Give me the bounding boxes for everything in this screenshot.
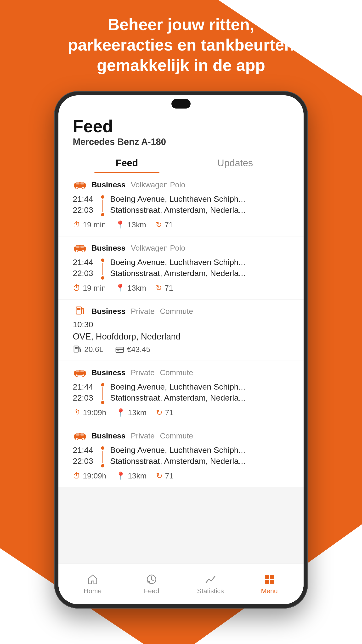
route-dot-bottom-4	[101, 401, 104, 404]
badge-business-1: Business	[91, 180, 125, 189]
svg-text:↺: ↺	[148, 581, 149, 583]
feed-item-2[interactable]: Business Volkwagen Polo 21:44 22:03 Boei…	[58, 236, 304, 299]
feed-item-3-header: Business Private Commute	[73, 306, 289, 316]
route-line-4	[102, 388, 103, 400]
phone-frame: Feed Mercedes Benz A-180 Feed Updates	[54, 91, 308, 608]
svg-rect-24	[76, 370, 79, 372]
route-dot-bottom-5	[101, 464, 104, 468]
feed-item-3[interactable]: Business Private Commute 10:30 OVE, Hoof…	[58, 300, 304, 360]
score-stat-4: ↻ 71	[156, 408, 174, 417]
location-icon-1: 📍	[115, 220, 125, 229]
svg-point-28	[75, 438, 78, 440]
camera-notch	[171, 99, 191, 108]
clock-icon-4: ⏱	[73, 408, 80, 417]
fuel-icon-3	[73, 306, 87, 316]
svg-point-2	[75, 186, 78, 189]
clock-icon-5: ⏱	[73, 472, 80, 480]
feed-item-4[interactable]: Business Private Commute 21:44 22:03	[58, 361, 304, 424]
home-icon	[87, 573, 99, 585]
svg-rect-18	[116, 348, 123, 350]
score-stat-1: ↻ 71	[156, 220, 173, 229]
liters-stat-3: 20.6L	[73, 345, 103, 354]
feed-list: Business Volkwagen Polo 21:44 22:03 Boei…	[58, 173, 304, 564]
svg-point-14	[83, 313, 84, 314]
svg-line-34	[152, 580, 153, 581]
feed-stats-4: ⏱ 19:09h 📍 13km ↻ 71	[73, 408, 289, 417]
status-bar	[58, 95, 304, 112]
badge-private-4: Private	[131, 368, 155, 377]
score-icon-4: ↻	[156, 408, 163, 417]
svg-rect-4	[76, 182, 79, 184]
route-pair-1: 21:44 22:03 Boeing Avenue, Luchthaven Sc…	[73, 193, 289, 216]
route-pair-4: 21:44 22:03 Boeing Avenue, Luchthaven Sc…	[73, 381, 289, 404]
distance-stat-4: 📍 13km	[116, 408, 146, 417]
route-line-1	[102, 200, 103, 212]
feed-item-1[interactable]: Business Volkwagen Polo 21:44 22:03 Boei…	[58, 173, 304, 236]
svg-rect-30	[76, 434, 79, 436]
chart-icon	[204, 573, 216, 585]
bottom-navigation: Home ↺ Feed	[58, 564, 304, 604]
svg-rect-19	[117, 350, 119, 351]
from-address-2: Boeing Avenue, Luchthaven Schiph...	[110, 256, 289, 268]
clock-icon-2: ⏱	[73, 284, 80, 292]
duration-stat-1: ⏱ 19 min	[73, 220, 106, 229]
badge-private-5: Private	[131, 432, 155, 440]
clock-nav-icon: ↺	[146, 573, 158, 585]
app-title: Feed	[73, 117, 289, 136]
fuel-location-3: OVE, Hoofddorp, Nederland	[73, 332, 289, 342]
nav-feed[interactable]: ↺ Feed	[122, 573, 181, 595]
to-address-4: Stationsstraat, Amsterdam, Nederla...	[110, 392, 289, 403]
route-dot-top-2	[101, 258, 104, 262]
score-icon-5: ↻	[156, 471, 163, 480]
hero-text: Beheer jouw ritten, parkeeracties en tan…	[0, 14, 362, 76]
svg-point-9	[82, 250, 84, 252]
badge-business-2: Business	[91, 244, 125, 252]
from-time-5: 21:44	[73, 444, 99, 456]
svg-rect-37	[265, 575, 269, 579]
badge-business-3: Business	[91, 307, 125, 316]
feed-item-4-header: Business Private Commute	[73, 368, 289, 377]
svg-rect-25	[80, 370, 84, 372]
nav-statistics[interactable]: Statistics	[181, 573, 240, 595]
car-icon-2	[73, 243, 87, 253]
from-time-1: 21:44	[73, 193, 99, 204]
nav-menu-label: Menu	[261, 587, 278, 595]
feed-stats-2: ⏱ 19 min 📍 13km ↻ 71	[73, 284, 289, 292]
nav-menu[interactable]: Menu	[240, 573, 299, 595]
route-line-5	[102, 451, 103, 463]
route-dot-bottom-1	[101, 213, 104, 216]
svg-rect-11	[80, 246, 84, 248]
fuel-stats-3: 20.6L €43.45	[73, 345, 289, 354]
tab-feed[interactable]: Feed	[73, 152, 181, 173]
car-icon-4	[73, 368, 87, 377]
to-time-4: 22:03	[73, 392, 99, 403]
to-address-5: Stationsstraat, Amsterdam, Nederla...	[110, 456, 289, 466]
fuel-time-3: 10:30	[73, 320, 289, 329]
svg-point-22	[75, 374, 78, 376]
score-icon-1: ↻	[156, 220, 162, 229]
feed-item-5[interactable]: Business Private Commute 21:44 22:03	[58, 424, 304, 487]
app-subtitle: Mercedes Benz A-180	[73, 137, 289, 147]
to-time-5: 22:03	[73, 456, 99, 466]
duration-stat-2: ⏱ 19 min	[73, 284, 106, 292]
card-icon-3	[115, 345, 124, 354]
feed-item-2-header: Business Volkwagen Polo	[73, 243, 289, 253]
car-icon-5	[73, 431, 87, 440]
pump-icon-3	[73, 345, 81, 354]
to-time-1: 22:03	[73, 204, 99, 216]
distance-stat-5: 📍 13km	[116, 471, 146, 480]
phone-screen: Feed Mercedes Benz A-180 Feed Updates	[58, 95, 304, 604]
badge-business-4: Business	[91, 368, 125, 377]
score-icon-2: ↻	[156, 284, 162, 292]
svg-rect-13	[77, 308, 80, 310]
nav-home[interactable]: Home	[63, 573, 122, 595]
route-line-2	[102, 263, 103, 275]
feed-item-1-header: Business Volkwagen Polo	[73, 180, 289, 190]
cost-stat-3: €43.45	[115, 345, 150, 354]
badge-vehicle-1: Volkwagen Polo	[131, 180, 185, 189]
tab-updates[interactable]: Updates	[181, 152, 289, 173]
route-pair-2: 21:44 22:03 Boeing Avenue, Luchthaven Sc…	[73, 256, 289, 280]
clock-icon-1: ⏱	[73, 220, 80, 229]
feed-stats-5: ⏱ 19:09h 📍 13km ↻ 71	[73, 471, 289, 480]
svg-rect-5	[80, 182, 84, 184]
